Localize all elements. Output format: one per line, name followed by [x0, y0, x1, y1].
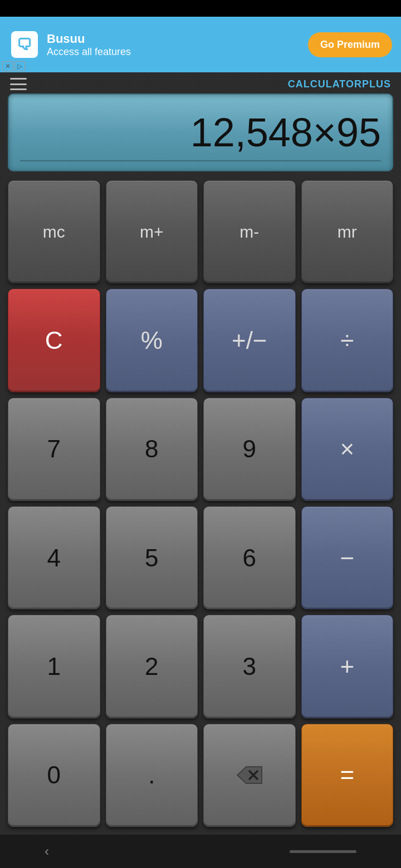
calc-header: CALCULATORPLUS	[8, 72, 393, 93]
calc-display: 12,548×95	[8, 93, 393, 171]
ad-brand-label: Busuu	[47, 32, 301, 46]
calc-brand: CALCULATORPLUS	[288, 78, 391, 90]
back-button[interactable]: ‹	[45, 844, 49, 859]
go-premium-button[interactable]: Go Premium	[308, 32, 392, 57]
result-divider	[20, 160, 381, 161]
ad-banner: 🗨 Busuu Access all features Go Premium ✕…	[0, 17, 401, 72]
ad-close-area: ✕ ▷	[2, 61, 25, 71]
m-plus-button[interactable]: m+	[106, 180, 198, 283]
two-button[interactable]: 2	[106, 615, 198, 718]
one-button[interactable]: 1	[8, 615, 100, 718]
status-bar	[0, 0, 401, 17]
eight-button[interactable]: 8	[106, 398, 198, 501]
ad-info-button[interactable]: ▷	[14, 61, 25, 71]
mc-button[interactable]: mc	[8, 180, 100, 283]
percent-button[interactable]: %	[106, 289, 198, 392]
three-button[interactable]: 3	[203, 615, 296, 718]
brand-regular: CALCULATOR	[288, 78, 362, 90]
m-minus-button[interactable]: m-	[203, 180, 296, 283]
mr-button[interactable]: mr	[301, 180, 394, 283]
multiply-button[interactable]: ×	[301, 398, 394, 501]
backspace-icon	[235, 765, 264, 786]
busuu-logo-icon: 🗨	[11, 31, 38, 58]
add-button[interactable]: +	[301, 615, 394, 718]
calc-expression: 12,548×95	[20, 111, 381, 155]
nine-button[interactable]: 9	[203, 398, 296, 501]
button-grid: mc m+ m- mr C % +/− ÷ 7 8 9 × 4 5 6 − 1 …	[8, 180, 393, 827]
home-indicator[interactable]	[290, 850, 356, 853]
zero-button[interactable]: 0	[8, 724, 100, 827]
five-button[interactable]: 5	[106, 506, 198, 609]
brand-accent: PLUS	[362, 78, 391, 90]
decimal-button[interactable]: .	[106, 724, 198, 827]
four-button[interactable]: 4	[8, 506, 100, 609]
seven-button[interactable]: 7	[8, 398, 100, 501]
divide-button[interactable]: ÷	[301, 289, 394, 392]
subtract-button[interactable]: −	[301, 506, 394, 609]
six-button[interactable]: 6	[203, 506, 296, 609]
backspace-button[interactable]	[203, 724, 296, 827]
menu-line-3	[10, 88, 27, 90]
menu-line-2	[10, 83, 27, 85]
ad-logo: 🗨	[9, 29, 40, 60]
sign-toggle-button[interactable]: +/−	[203, 289, 296, 392]
bottom-nav-bar: ‹	[0, 835, 401, 868]
equals-button[interactable]: =	[301, 724, 394, 827]
calculator-container: CALCULATORPLUS 12,548×95 mc m+ m- mr C %…	[0, 72, 401, 835]
ad-tagline-label: Access all features	[47, 46, 301, 58]
menu-line-1	[10, 78, 27, 80]
ad-text: Busuu Access all features	[47, 32, 301, 58]
clear-button[interactable]: C	[8, 289, 100, 392]
menu-button[interactable]	[10, 78, 27, 90]
ad-close-button[interactable]: ✕	[2, 61, 13, 71]
